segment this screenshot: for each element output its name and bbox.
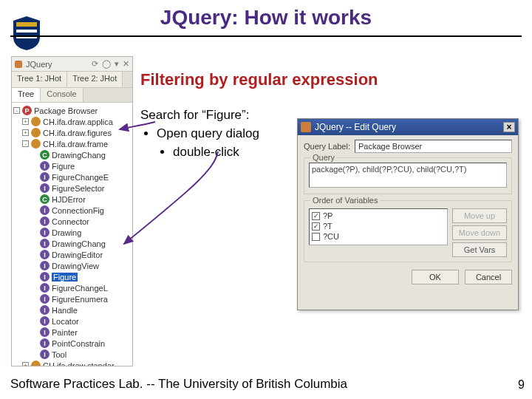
- tab-console[interactable]: Console: [41, 88, 83, 102]
- panel-tabrow-1: Tree 1: JHot Tree 2: JHot: [12, 72, 132, 88]
- dialog-title: JQuery -- Edit Query: [315, 122, 503, 132]
- move-down-button[interactable]: Move down: [452, 225, 507, 240]
- tree-toggle-icon[interactable]: -: [13, 107, 20, 114]
- tree-toggle-icon: [31, 284, 38, 291]
- tree-node[interactable]: ITool: [13, 349, 131, 360]
- tree-node[interactable]: +CH.ifa.draw.standar: [13, 360, 131, 366]
- tree-toggle-icon: [31, 318, 38, 324]
- cancel-button[interactable]: Cancel: [465, 270, 512, 284]
- tree-node[interactable]: IConnector: [13, 216, 131, 227]
- interface-icon: I: [40, 161, 50, 171]
- tab-tree[interactable]: Tree: [12, 88, 41, 102]
- tree-node[interactable]: IDrawingChang: [13, 238, 131, 249]
- get-vars-button[interactable]: Get Vars: [452, 242, 507, 257]
- tree-node[interactable]: IHandle: [13, 304, 131, 316]
- jquery-view-panel: JQuery ⟳ ◯ ▾ ✕ Tree 1: JHot Tree 2: JHot…: [11, 56, 133, 366]
- tab-tree-1[interactable]: Tree 1: JHot: [12, 72, 67, 87]
- checkbox-icon[interactable]: ✓: [312, 212, 320, 220]
- tree-node[interactable]: CDrawingChang: [13, 149, 131, 160]
- tree-label: DrawingEditor: [52, 250, 103, 259]
- tree-label: CH.ifa.draw.frame: [43, 140, 108, 149]
- tree-node[interactable]: +CH.ifa.draw.figures: [13, 127, 131, 138]
- checkbox-icon[interactable]: ✓: [312, 222, 320, 231]
- package-icon: [31, 361, 41, 366]
- tree-label: Figure: [52, 162, 75, 171]
- tree-node[interactable]: IFigureEnumera: [13, 293, 131, 304]
- tree-node[interactable]: IDrawing: [13, 227, 131, 238]
- tree-node[interactable]: -CH.ifa.draw.frame: [13, 138, 131, 149]
- ok-button[interactable]: OK: [412, 270, 459, 284]
- close-view-icon[interactable]: ✕: [123, 59, 129, 69]
- interface-icon: I: [40, 205, 50, 215]
- menu-icon[interactable]: ▾: [115, 59, 119, 69]
- query-group-legend: Query: [310, 153, 337, 162]
- refresh-icon[interactable]: ⟳: [92, 59, 98, 69]
- tree-node[interactable]: IConnectionFig: [13, 205, 131, 216]
- tree-label: Tool: [52, 350, 66, 359]
- tree-node[interactable]: IDrawingEditor: [13, 249, 131, 260]
- interface-icon: I: [40, 239, 50, 248]
- tree-toggle-icon: [31, 218, 38, 225]
- tree-node[interactable]: IFigure: [13, 271, 131, 282]
- tree-node[interactable]: IPainter: [13, 327, 131, 338]
- tree-node[interactable]: IFigureSelector: [13, 183, 131, 194]
- slide-subtitle: Filtering by regular expression: [140, 70, 378, 89]
- variable-name: ?T: [323, 222, 332, 231]
- tree-label: Connector: [52, 217, 89, 226]
- divider: [10, 35, 522, 37]
- variable-row[interactable]: ✓?P: [312, 211, 445, 221]
- class-icon: C: [40, 194, 50, 204]
- variable-row[interactable]: ?CU: [312, 231, 445, 242]
- tree-toggle-icon: [31, 251, 38, 258]
- tab-tree-2[interactable]: Tree 2: JHot: [67, 72, 123, 87]
- tree-node[interactable]: CHJDError: [13, 194, 131, 205]
- tree-node[interactable]: IFigureChangeL: [13, 282, 131, 293]
- interface-icon: I: [40, 216, 50, 226]
- tree-toggle-icon: [31, 163, 38, 169]
- interface-icon: I: [40, 172, 50, 182]
- tree-toggle-icon: [31, 351, 38, 358]
- tree-toggle-icon: [31, 240, 38, 247]
- tree-toggle-icon[interactable]: +: [22, 362, 29, 366]
- tree-label: CH.ifa.draw.standar: [43, 361, 115, 366]
- close-icon[interactable]: ×: [503, 122, 515, 132]
- tree-node[interactable]: +CH.ifa.draw.applica: [13, 116, 131, 127]
- variable-row[interactable]: ✓?T: [312, 221, 445, 231]
- package-icon: [31, 117, 41, 126]
- tree-label: FigureChangeE: [52, 173, 109, 182]
- body-bullet-2: double-click: [173, 144, 259, 161]
- checkbox-icon[interactable]: [312, 233, 320, 241]
- dialog-icon: [301, 122, 311, 132]
- variable-name: ?P: [323, 211, 332, 220]
- tree-node[interactable]: IPointConstrain: [13, 338, 131, 349]
- view-icon: [15, 61, 22, 68]
- variables-list[interactable]: ✓?P✓?T?CU: [309, 208, 448, 245]
- tree-toggle-icon[interactable]: +: [22, 118, 29, 125]
- tree-label: HJDError: [52, 195, 86, 204]
- interface-icon: I: [40, 349, 50, 359]
- tree-toggle-icon[interactable]: -: [22, 140, 29, 147]
- move-up-button[interactable]: Move up: [452, 208, 507, 223]
- tree-toggle-icon: [31, 185, 38, 191]
- tree-node[interactable]: IFigureChangeE: [13, 171, 131, 183]
- tree-toggle-icon[interactable]: +: [22, 129, 29, 136]
- body-bullet-1: Open query dialog: [157, 126, 259, 143]
- dialog-titlebar[interactable]: JQuery -- Edit Query ×: [298, 119, 518, 135]
- tree-node[interactable]: ILocator: [13, 316, 131, 327]
- query-label-label: Query Label:: [304, 142, 350, 151]
- interface-icon: I: [40, 338, 50, 348]
- interface-icon: I: [40, 294, 50, 304]
- package-tree[interactable]: -PPackage Browser+CH.ifa.draw.applica+CH…: [12, 103, 132, 366]
- tree-label: PointConstrain: [52, 339, 105, 348]
- query-label-input[interactable]: [355, 140, 512, 153]
- tree-node[interactable]: IDrawingView: [13, 260, 131, 271]
- circle-icon[interactable]: ◯: [102, 59, 111, 69]
- page-number: 9: [518, 378, 525, 392]
- tree-node[interactable]: -PPackage Browser: [13, 105, 131, 116]
- tree-label: Drawing: [52, 228, 81, 237]
- tree-label: Locator: [52, 317, 79, 326]
- query-textarea[interactable]: package(?P), child(?P,?CU), child(?CU,?T…: [309, 163, 507, 188]
- tree-node[interactable]: IFigure: [13, 160, 131, 171]
- tree-toggle-icon: [31, 174, 38, 180]
- tree-toggle-icon: [31, 307, 38, 313]
